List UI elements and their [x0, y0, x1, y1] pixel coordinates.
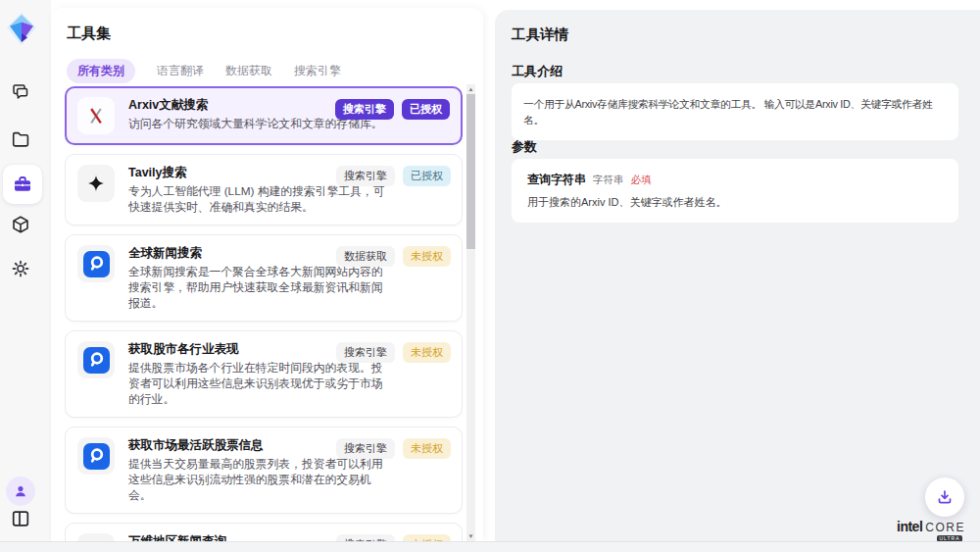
tool-description: 提供股票市场各个行业在特定时间段内的表现。投资者可以利用这些信息来识别表现优于或…	[128, 360, 388, 407]
auth-badge: 未授权	[403, 342, 451, 363]
tool-description: 专为人工智能代理 (LLM) 构建的搜索引擎工具，可快速提供实时、准确和真实的结…	[128, 183, 388, 215]
tab-all-categories[interactable]: 所有类别	[67, 59, 135, 83]
intro-card: 一个用于从Arxiv存储库搜索科学论文和文章的工具。 输入可以是Arxiv ID…	[512, 83, 958, 140]
intel-wordmark: intel	[897, 519, 922, 534]
category-badge: 搜索引擎	[336, 342, 395, 363]
auth-badge: 未授权	[403, 246, 451, 267]
user-icon	[12, 482, 29, 500]
intro-heading: 工具介绍	[512, 63, 563, 80]
auth-badge: 未授权	[403, 438, 451, 459]
tab-language-translation[interactable]: 语言翻译	[157, 63, 204, 79]
auth-badge: 已授权	[403, 166, 451, 186]
core-wordmark: CORE	[925, 521, 965, 534]
nav-files[interactable]	[4, 123, 37, 156]
juhe-icon	[77, 245, 115, 282]
nav-settings[interactable]	[4, 252, 37, 285]
params-heading: 参数	[512, 138, 537, 156]
tool-card[interactable]: Tavily搜索 专为人工智能代理 (LLM) 构建的搜索引擎工具，可快速提供实…	[65, 154, 463, 226]
cube-icon	[9, 213, 32, 236]
tool-description: 全球新闻搜索是一个聚合全球各大新闻网站内容的搜索引擎，帮助用户快速获取全球最新资…	[128, 264, 388, 311]
tool-description: 提供当天交易量最高的股票列表，投资者可以利用这些信息来识别流动性强的股票和潜在的…	[128, 456, 388, 503]
sparkle-icon	[77, 165, 115, 202]
tool-list: Arxiv文献搜索 访问各个研究领域大量科学论文和文章的存储库。 搜索引擎 已授…	[65, 86, 463, 541]
detail-title: 工具详情	[512, 25, 568, 44]
page-title: 工具集	[67, 25, 111, 43]
param-name: 查询字符串	[527, 172, 586, 188]
news-icon	[77, 533, 115, 541]
juhe-icon	[77, 437, 115, 475]
category-badge: 搜索引擎	[336, 534, 395, 541]
chat-icon	[9, 80, 32, 104]
auth-badge: 未授权	[403, 534, 451, 541]
list-scrollbar[interactable]: ▲ ▼	[466, 84, 475, 541]
auth-badge: 已授权	[402, 99, 450, 120]
panel-toggle-icon	[9, 507, 32, 530]
param-required-flag: 必填	[631, 174, 652, 187]
download-button[interactable]	[925, 477, 964, 517]
category-badge: 搜索引擎	[335, 99, 394, 120]
nav-toolset[interactable]	[3, 165, 42, 204]
tool-list-panel: 工具集 所有类别 语言翻译 数据获取 搜索引擎 Arxiv文献搜索 访问各个研究…	[51, 8, 483, 541]
tool-card[interactable]: 万维地区新闻查询 查询具体行政区划内的新闻，快速了解各地新闻动 搜索引擎 未授权	[65, 523, 463, 541]
category-tabs: 所有类别 语言翻译 数据获取 搜索引擎	[67, 59, 341, 83]
arxiv-icon	[77, 97, 115, 134]
toolbox-icon	[11, 173, 34, 196]
tool-card[interactable]: 全球新闻搜索 全球新闻搜索是一个聚合全球各大新闻网站内容的搜索引擎，帮助用户快速…	[65, 234, 463, 322]
param-description: 用于搜索的Arxiv ID、关键字或作者姓名。	[527, 195, 943, 210]
param-type: 字符串	[593, 174, 624, 187]
intel-core-logo: intelCORE ULTRA	[892, 518, 970, 542]
tab-data-fetch[interactable]: 数据获取	[225, 63, 272, 79]
intro-text: 一个用于从Arxiv存储库搜索科学论文和文章的工具。 输入可以是Arxiv ID…	[523, 98, 932, 125]
nav-models[interactable]	[4, 208, 37, 241]
scroll-thumb[interactable]	[466, 94, 475, 249]
left-sidebar	[0, 0, 51, 552]
tab-search-engine[interactable]: 搜索引擎	[294, 63, 341, 79]
window-bottom-strip	[0, 541, 980, 552]
param-card: 查询字符串 字符串 必填 用于搜索的Arxiv ID、关键字或作者姓名。	[512, 159, 958, 223]
app-window: 工具集 所有类别 语言翻译 数据获取 搜索引擎 Arxiv文献搜索 访问各个研究…	[0, 0, 980, 552]
tool-card[interactable]: 获取股市各行业表现 提供股票市场各个行业在特定时间段内的表现。投资者可以利用这些…	[65, 330, 463, 418]
folder-icon	[9, 127, 32, 151]
nav-panel-toggle[interactable]	[4, 502, 37, 535]
tool-card[interactable]: 获取市场最活跃股票信息 提供当天交易量最高的股票列表，投资者可以利用这些信息来识…	[65, 427, 463, 514]
category-badge: 搜索引擎	[336, 166, 395, 186]
download-icon	[934, 486, 956, 508]
tool-detail-panel: 工具详情 工具介绍 一个用于从Arxiv存储库搜索科学论文和文章的工具。 输入可…	[495, 10, 980, 541]
category-badge: 搜索引擎	[336, 438, 395, 459]
scroll-up-arrow[interactable]: ▲	[466, 84, 475, 94]
nav-chat[interactable]	[4, 75, 37, 109]
category-badge: 数据获取	[336, 246, 395, 267]
gear-icon	[9, 257, 32, 280]
juhe-icon	[77, 341, 115, 378]
tool-card[interactable]: Arxiv文献搜索 访问各个研究领域大量科学论文和文章的存储库。 搜索引擎 已授…	[65, 86, 463, 145]
app-logo-icon	[4, 12, 39, 47]
scroll-down-arrow[interactable]: ▼	[466, 531, 475, 541]
